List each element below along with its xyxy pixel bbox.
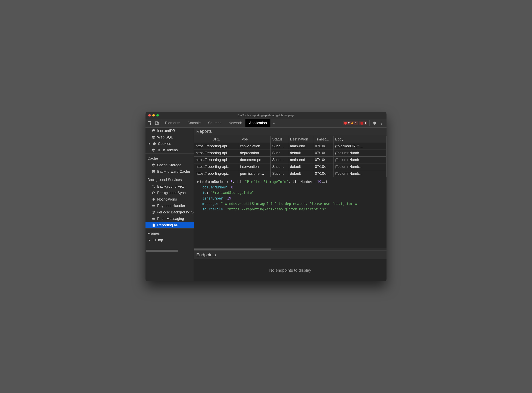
detail-prop-linenumber[interactable]: lineNumber: 19 [197,196,384,201]
sidebar-item-websql[interactable]: Web SQL [146,134,194,140]
sidebar-item-label: IndexedDB [157,129,175,133]
console-errors-warnings-badge[interactable]: ✕ 2 1 [343,121,358,125]
table-cell-ts: 07/10/… [313,170,333,177]
sidebar-h-scrollbar[interactable] [146,249,194,252]
tabs-overflow-button[interactable]: » [270,119,277,127]
table-cell-type: permissions-… [238,170,271,177]
sidebar-item-reporting-api[interactable]: Reporting API [146,222,194,228]
sidebar-item-cookies[interactable]: ▶ Cookies [146,140,194,147]
caret-down-icon: ▼ [197,179,199,185]
database-icon [151,129,156,133]
application-sidebar[interactable]: IndexedDB Web SQL ▶ Cookies Trust Tokens… [146,128,194,281]
col-body[interactable]: Body [333,136,386,143]
tab-application[interactable]: Application [245,119,270,127]
table-cell-body: {"columnNumb… [333,150,386,157]
sidebar-item-notifications[interactable]: Notifications [146,196,194,202]
sync-icon [151,191,156,195]
frames-section-title: Frames [146,229,194,237]
tab-elements[interactable]: Elements [161,119,184,127]
error-count: 2 [348,122,350,125]
bg-services-section-title: Background Services [146,175,194,183]
sidebar-item-label: Web SQL [157,135,173,139]
report-detail-view[interactable]: ▼{columnNumber: 8, id: "PrefixedStorageI… [194,177,386,248]
sidebar-item-background-sync[interactable]: Background Sync [146,190,194,196]
more-menu-button[interactable]: ⋮ [379,121,385,125]
settings-button[interactable] [372,121,377,125]
sidebar-item-label: Trust Tokens [157,148,178,152]
sidebar-item-label: top [158,238,163,242]
sidebar-item-indexeddb[interactable]: IndexedDB [146,128,194,134]
frame-icon [152,238,156,242]
database-icon [151,163,156,167]
table-cell-body: {"columnNumb… [333,170,386,177]
minimize-window-button[interactable] [152,114,155,117]
close-window-button[interactable] [148,114,151,117]
titlebar: DevTools - reporting-api-demo.glitch.me/… [146,112,386,119]
detail-prop-columnnumber[interactable]: columnNumber: 8 [197,185,384,190]
sidebar-item-label: Payment Handler [157,204,185,208]
svg-point-9 [154,144,154,144]
table-cell-url: https://reporting-api… [194,143,238,150]
table-cell-url: https://reporting-api… [194,150,238,157]
detail-prop-sourcefile[interactable]: sourceFile: "https://reporting-api-demo.… [197,206,384,212]
device-toggle-icon[interactable] [155,121,159,125]
detail-h-scrollbar[interactable] [194,248,386,251]
cookie-icon [152,142,156,146]
error-icon: ✕ [344,122,347,125]
sidebar-item-label: Periodic Background Sync [157,210,194,214]
database-icon [151,148,156,152]
table-cell-type: csp-violation [238,143,271,150]
window-title: DevTools - reporting-api-demo.glitch.me/… [146,114,386,117]
col-type[interactable]: Type [238,136,271,143]
warning-count: 1 [355,122,356,125]
document-icon [151,223,156,227]
svg-rect-13 [152,205,155,207]
col-status[interactable]: Status [271,136,288,143]
endpoints-title: Endpoints [194,251,386,259]
sidebar-item-cache-storage[interactable]: Cache Storage [146,162,194,168]
col-timestamp[interactable]: Timest… [313,136,333,143]
application-main: Reports URL Type Status Destination Time… [194,128,386,281]
caret-right-icon: ▶ [148,239,151,241]
detail-summary-line[interactable]: ▼{columnNumber: 8, id: "PrefixedStorageI… [197,179,384,185]
tab-network[interactable]: Network [225,119,245,127]
tab-sources[interactable]: Sources [204,119,225,127]
detail-prop-message[interactable]: message: "'window.webkitStorageInfo' is … [197,201,384,206]
table-cell-type: document-po… [238,157,271,163]
devtools-window: DevTools - reporting-api-demo.glitch.me/… [146,112,386,281]
detail-prop-id[interactable]: id: "PrefixedStorageInfo" [197,190,384,196]
table-row[interactable]: https://reporting-api…document-po…Succ…m… [194,157,386,163]
sidebar-item-push-messaging[interactable]: Push Messaging [146,216,194,222]
caret-right-icon: ▶ [148,142,151,145]
col-url[interactable]: URL [194,136,238,143]
database-icon [151,170,156,173]
sidebar-item-periodic-bg-sync[interactable]: Periodic Background Sync [146,209,194,216]
inspect-element-icon[interactable] [147,121,152,125]
sidebar-item-frame-top[interactable]: ▶ top [146,237,194,243]
tab-console[interactable]: Console [184,119,204,127]
table-row[interactable]: https://reporting-api…permissions-…Succ…… [194,170,386,177]
sidebar-item-bfcache[interactable]: Back-forward Cache [146,168,194,175]
sidebar-item-label: Background Sync [157,191,185,195]
table-cell-ts: 07/10/… [313,157,333,163]
endpoints-empty-label: No endpoints to display [269,268,311,273]
table-header-row: URL Type Status Destination Timest… Body [194,136,386,143]
table-cell-body: {"columnNumb… [333,163,386,170]
sidebar-item-trust-tokens[interactable]: Trust Tokens [146,147,194,153]
sidebar-item-label: Cookies [158,142,171,146]
svg-rect-1 [155,122,158,125]
card-icon [151,204,156,208]
sidebar-item-label: Push Messaging [157,217,184,221]
svg-point-5 [153,142,156,145]
table-row[interactable]: https://reporting-api…csp-violationSucc…… [194,143,386,150]
table-row[interactable]: https://reporting-api…interventionSucc…d… [194,163,386,170]
table-row[interactable]: https://reporting-api…deprecationSucc…de… [194,150,386,157]
zoom-window-button[interactable] [156,114,159,117]
issue-icon: ! [361,122,363,125]
issues-badge[interactable]: ! 1 [359,121,367,125]
sidebar-item-payment-handler[interactable]: Payment Handler [146,202,194,209]
table-cell-dest: default [288,163,313,170]
sidebar-item-background-fetch[interactable]: Background Fetch [146,183,194,190]
reports-table: URL Type Status Destination Timest… Body… [194,136,386,177]
col-destination[interactable]: Destination [288,136,313,143]
